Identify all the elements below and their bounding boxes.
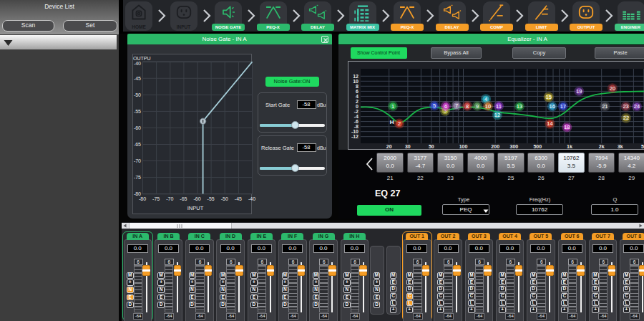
svg-text:24: 24 <box>634 103 640 110</box>
svg-text:10: 10 <box>485 103 491 110</box>
svg-text:20: 20 <box>610 85 615 92</box>
svg-text:16: 16 <box>550 103 555 110</box>
svg-text:22: 22 <box>623 115 629 121</box>
svg-text:1: 1 <box>391 103 394 110</box>
svg-text:14: 14 <box>547 120 552 127</box>
svg-text:13: 13 <box>517 103 522 110</box>
svg-text:15: 15 <box>546 94 552 100</box>
svg-text:23: 23 <box>623 103 628 110</box>
svg-text:5: 5 <box>433 102 436 109</box>
svg-text:21: 21 <box>602 103 608 110</box>
svg-text:18: 18 <box>564 124 570 130</box>
svg-text:9: 9 <box>476 103 479 110</box>
svg-text:19: 19 <box>576 88 582 95</box>
svg-text:2: 2 <box>398 120 401 127</box>
svg-text:H: H <box>390 119 394 125</box>
svg-text:17: 17 <box>560 103 566 110</box>
svg-text:8: 8 <box>466 103 469 110</box>
svg-text:12: 12 <box>494 112 500 118</box>
svg-text:11: 11 <box>496 103 502 110</box>
svg-text:7: 7 <box>455 102 458 109</box>
svg-text:6: 6 <box>444 103 447 110</box>
